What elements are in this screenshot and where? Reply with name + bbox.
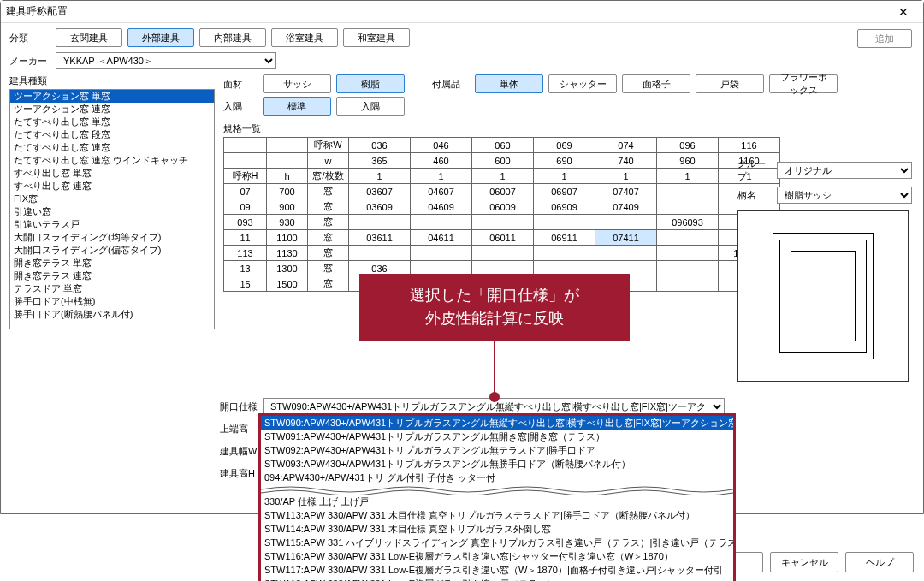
dropdown-item[interactable]: STW115:APW 331 ハイブリッドスライディング 真空トリプルガラス引き…	[261, 536, 733, 549]
tab-washitsu[interactable]: 和室建具	[343, 28, 410, 47]
cell[interactable]: 窓	[308, 184, 349, 199]
cell[interactable]: 窓	[308, 246, 349, 261]
cell[interactable]: 15	[224, 276, 267, 292]
type-list-item[interactable]: FIX窓	[10, 193, 214, 205]
type-list-item[interactable]: 引違い窓	[10, 205, 214, 218]
cell[interactable]: 740	[595, 153, 657, 169]
dropdown-item[interactable]: STW091:APW430+/APW431トリプルガラスアングル無開き窓|開き窓…	[261, 430, 733, 443]
cell[interactable]: 960	[657, 153, 719, 169]
accessory-single[interactable]: 単体	[475, 74, 543, 93]
cell[interactable]: 069	[534, 138, 595, 153]
cell[interactable]: w	[308, 153, 349, 169]
cell[interactable]: 04607	[411, 184, 472, 199]
accessory-tobukuro[interactable]: 戸袋	[696, 74, 764, 93]
cell[interactable]	[267, 138, 308, 153]
inset-inset[interactable]: 入隅	[336, 97, 405, 116]
spec-dropdown-open[interactable]: STW090:APW430+/APW431トリプルガラスアングル無縦すべり出し窓…	[258, 413, 736, 581]
type-list-item[interactable]: すべり出し窓 連窓	[10, 180, 214, 193]
type-list-item[interactable]: たてすべり出し窓 単窓	[10, 116, 214, 128]
dropdown-item[interactable]: STW117:APW 330/APW 331 Low-E複層ガラス引き違い窓（W…	[261, 563, 733, 577]
cell[interactable]: 930	[267, 215, 308, 230]
dropdown-item[interactable]: STW114:APW 330/APW 331 木目仕様 真空トリプルガラス外倒し…	[261, 522, 733, 536]
cell[interactable]: h	[267, 169, 308, 184]
type-list-item[interactable]: テラスドア 単窓	[10, 282, 214, 295]
cell[interactable]: 07409	[595, 199, 657, 215]
cell[interactable]: 700	[267, 184, 308, 199]
help-button[interactable]: ヘルプ	[845, 552, 914, 572]
cell[interactable]: 07	[224, 184, 267, 199]
cell[interactable]	[595, 246, 657, 261]
cell[interactable]: 600	[472, 153, 534, 169]
cell[interactable]: 06007	[472, 184, 534, 199]
dropdown-item[interactable]: STW113:APW 330/APW 331 木目仕様 真空トリプルガラステラス…	[261, 508, 733, 522]
cell[interactable]: 窓/枚数	[308, 169, 349, 184]
cell[interactable]: 06909	[534, 199, 595, 215]
tab-gaibu[interactable]: 外部建具	[127, 28, 194, 47]
cell[interactable]	[657, 199, 719, 215]
type-list-item[interactable]: 引違いテラス戸	[10, 218, 214, 231]
cell[interactable]	[472, 246, 534, 261]
cell[interactable]: 900	[267, 199, 308, 215]
cell[interactable]	[349, 215, 411, 230]
cell[interactable]: 365	[349, 153, 411, 169]
sash-button[interactable]: サッシ	[263, 74, 331, 93]
type-list-item[interactable]: ツーアクション窓 単窓	[10, 90, 214, 103]
cell[interactable]: 460	[411, 153, 472, 169]
cell[interactable]	[267, 153, 308, 169]
cell[interactable]	[411, 246, 472, 261]
type-list-item[interactable]: 勝手口ドア(中桟無)	[10, 295, 214, 308]
cell[interactable]: 窓	[308, 215, 349, 230]
dropdown-item[interactable]: STW116:APW 330/APW 331 Low-E複層ガラス引き違い窓|シ…	[261, 549, 733, 563]
cell[interactable]: 1	[411, 169, 472, 184]
tab-naibu[interactable]: 内部建具	[199, 28, 266, 47]
cell[interactable]: 046	[411, 138, 472, 153]
cell[interactable]: 1500	[267, 276, 308, 292]
cell[interactable]: 1130	[267, 246, 308, 261]
dropdown-item[interactable]: STW092:APW430+/APW431トリプルガラスアングル無テラスドア|勝…	[261, 443, 733, 457]
cell[interactable]: 06911	[534, 230, 595, 246]
cell[interactable]: 093	[224, 215, 267, 230]
cell[interactable]: 1	[657, 169, 719, 184]
type-list-item[interactable]: たてすべり出し窓 連窓	[10, 141, 214, 154]
cell[interactable]: 1	[534, 169, 595, 184]
cell[interactable]: 06009	[472, 199, 534, 215]
cell[interactable]: 096093	[657, 215, 719, 230]
cell[interactable]: 1	[472, 169, 534, 184]
tab-yokushitsu[interactable]: 浴室建具	[271, 28, 338, 47]
cell[interactable]: 03609	[349, 199, 411, 215]
cell[interactable]: 096	[657, 138, 719, 153]
group-select[interactable]: オリジナル	[777, 162, 912, 179]
cell[interactable]: 036	[349, 138, 411, 153]
cell[interactable]	[224, 138, 267, 153]
cell[interactable]: 窓	[308, 199, 349, 215]
cell[interactable]: 1100	[267, 230, 308, 246]
maker-select[interactable]: YKKAP ＜APW430＞	[56, 52, 276, 69]
type-list-item[interactable]: 大開口スライディング(偏芯タイプ)	[10, 244, 214, 257]
type-list-item[interactable]: すべり出し窓 単窓	[10, 167, 214, 180]
dropdown-item[interactable]: STW118:APW 330/APW 331 Low-E複層ガラス引き違い戸（テ…	[261, 577, 733, 581]
type-list-item[interactable]: 大開口スライディング(均等タイプ)	[10, 231, 214, 244]
cell[interactable]: 060	[472, 138, 534, 153]
accessory-flowerbox[interactable]: フラワーボックス	[769, 74, 838, 93]
cell[interactable]: 呼称H	[224, 169, 267, 184]
accessory-lattice[interactable]: 面格子	[622, 74, 690, 93]
cell[interactable]: 690	[534, 153, 595, 169]
add-button[interactable]: 追加	[857, 29, 912, 48]
spec-table[interactable]: 呼称W036046060069074096116w365460600690740…	[223, 137, 780, 292]
cell[interactable]	[472, 215, 534, 230]
cell[interactable]	[657, 276, 719, 292]
close-button[interactable]: ✕	[889, 3, 918, 21]
type-list-item[interactable]: ツーアクション窓 連窓	[10, 103, 214, 116]
cell[interactable]: 呼称W	[308, 138, 349, 153]
tab-genkan[interactable]: 玄関建具	[56, 28, 122, 47]
cell[interactable]: 窓	[308, 276, 349, 292]
cell[interactable]: 074	[595, 138, 657, 153]
cell[interactable]: 06907	[534, 184, 595, 199]
cell[interactable]: 03611	[349, 230, 411, 246]
type-list-item[interactable]: たてすべり出し窓 連窓 ウインドキャッチ	[10, 154, 214, 167]
type-list-item[interactable]: 開き窓テラス 連窓	[10, 270, 214, 282]
cell[interactable]	[349, 246, 411, 261]
cell[interactable]: 07407	[595, 184, 657, 199]
cell[interactable]: 04611	[411, 230, 472, 246]
cell[interactable]: 03607	[349, 184, 411, 199]
